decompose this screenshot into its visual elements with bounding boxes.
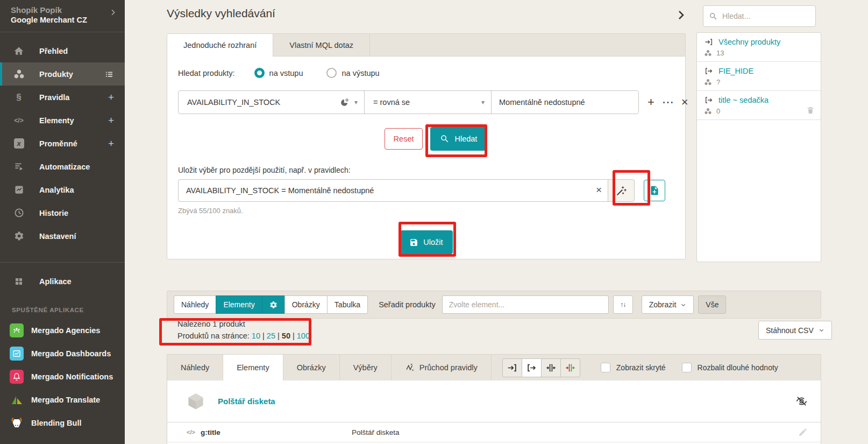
selection-item-all-products[interactable]: Všechny produkty 13: [697, 33, 821, 62]
tab-custom-mql[interactable]: Vlastní MQL dotaz: [273, 34, 370, 56]
sidebar-item-promenne[interactable]: x Proměnné +: [0, 132, 125, 155]
radio-output[interactable]: [326, 68, 337, 78]
filter-element-select[interactable]: AVAILABILITY_IN_STOCK ▾: [179, 91, 365, 114]
app-item-mergado-notifications[interactable]: Mergado Notifications: [0, 365, 125, 388]
sidebar-item-label: Nastavení: [39, 232, 76, 241]
selections-search-box[interactable]: [703, 5, 816, 27]
floppy-icon: [409, 238, 418, 247]
selection-item-title-sedacka[interactable]: title ~ sedačka 0: [697, 91, 821, 120]
expand-values-checkbox[interactable]: [682, 363, 692, 372]
show-hidden-checkbox[interactable]: [601, 363, 610, 372]
selection-name[interactable]: Všechny produkty: [718, 38, 780, 46]
reset-button[interactable]: Reset: [385, 128, 423, 150]
feed-output-icon-button[interactable]: [522, 358, 542, 377]
element-stats-icon: [340, 98, 349, 107]
per-page-10[interactable]: 10: [252, 332, 260, 340]
chevron-down-icon: [819, 327, 824, 333]
sidebar-item-historie[interactable]: Historie: [0, 201, 125, 224]
download-csv-button[interactable]: Stáhnout CSV: [758, 321, 832, 340]
feed-diff-icon-button[interactable]: [560, 358, 580, 377]
view-images-button[interactable]: Obrázky: [284, 295, 328, 314]
show-hidden-checkbox-row[interactable]: Zobrazit skryté: [601, 363, 666, 372]
app-item-mergado-translate[interactable]: Mergado Translate: [0, 388, 125, 411]
app-item-mergado-agencies[interactable]: Mergado Agencies: [0, 319, 125, 342]
sidebar-item-analytika[interactable]: Analytika: [0, 178, 125, 201]
products-cubes-icon: [705, 79, 712, 86]
add-element-icon[interactable]: +: [108, 115, 114, 125]
show-dropdown-button[interactable]: Zobrazit: [642, 295, 694, 314]
search-icon: [709, 12, 718, 21]
note-add-button[interactable]: [644, 180, 665, 201]
detail-tab-rules-pass[interactable]: Průchod pravidly: [392, 355, 492, 380]
filter-row: AVAILABILITY_IN_STOCK ▾ = rovná se ▾ + ⋯…: [178, 90, 674, 114]
view-elements-settings-button[interactable]: [262, 295, 285, 314]
per-page-50-current[interactable]: 50: [282, 332, 290, 340]
detail-tab-selections[interactable]: Výběry: [340, 355, 392, 380]
add-variable-icon[interactable]: +: [108, 138, 114, 149]
filter-value-input[interactable]: [492, 91, 638, 114]
show-all-button[interactable]: Vše: [698, 295, 726, 314]
app-item-blending-bull[interactable]: Blending Bull: [0, 411, 125, 434]
detail-tab-elements[interactable]: Elementy: [223, 355, 283, 380]
sidebar-item-produkty[interactable]: Produkty: [0, 62, 125, 86]
product-list-icon[interactable]: [104, 69, 114, 79]
save-button[interactable]: Uložit: [400, 230, 452, 254]
save-input-wrap: ×: [178, 179, 608, 202]
tab-simple-interface[interactable]: Jednoduché rozhraní: [167, 34, 273, 57]
separator: |: [293, 332, 295, 340]
element-name: g:title: [201, 428, 220, 436]
selection-name[interactable]: title ~ sedačka: [718, 96, 769, 104]
edit-pencil-icon[interactable]: [798, 427, 808, 437]
page-title: Výsledky vyhledávání: [167, 7, 275, 20]
add-condition-icon[interactable]: +: [648, 96, 654, 108]
sidebar-item-aplikace[interactable]: Aplikace: [0, 270, 125, 293]
per-page-100[interactable]: 100: [297, 332, 310, 340]
delete-selection-trash-icon[interactable]: [806, 106, 815, 115]
search-icon: [440, 134, 450, 144]
chars-remaining: Zbývá 55/100 znaků.: [178, 207, 674, 215]
search-button[interactable]: Hledat: [430, 127, 487, 151]
sidebar-header[interactable]: Shopík Popík Google Merchant CZ: [0, 0, 125, 32]
detail-tab-images[interactable]: Obrázky: [283, 355, 340, 380]
sidebar-item-pravidla[interactable]: § Pravidla +: [0, 86, 125, 109]
view-elements-button[interactable]: Elementy: [216, 295, 262, 314]
sort-direction-button[interactable]: ↑↓: [613, 295, 633, 314]
save-selection-input[interactable]: [178, 179, 608, 202]
products-cubes-icon: [705, 108, 712, 115]
selection-name[interactable]: FIE_HIDE: [718, 67, 753, 75]
expand-values-label: Rozbalit dlouhé hodnoty: [698, 363, 778, 372]
clear-input-icon[interactable]: ×: [596, 185, 602, 195]
chevron-right-icon[interactable]: [109, 8, 117, 17]
sidebar-item-nastaveni[interactable]: Nastavení: [0, 224, 125, 248]
product-name-link[interactable]: Polštář disketa: [218, 397, 275, 406]
export-name: Google Merchant CZ: [11, 16, 116, 24]
view-table-button[interactable]: Tabulka: [327, 295, 368, 314]
products-cubes-icon: [705, 50, 712, 57]
sidebar-item-elementy[interactable]: </> Elementy +: [0, 109, 125, 132]
save-button-row: Uložit: [178, 230, 674, 254]
feed-input-icon-button[interactable]: [502, 358, 522, 377]
collapse-panel-chevron-icon[interactable]: [674, 9, 687, 22]
apps-grid-icon: [12, 277, 26, 286]
filter-operator-select[interactable]: = rovná se ▾: [365, 91, 492, 114]
magic-wand-button[interactable]: [608, 179, 635, 202]
view-previews-button[interactable]: Náhledy: [174, 295, 216, 314]
more-options-icon[interactable]: ⋯: [662, 96, 674, 108]
detail-tab-previews[interactable]: Náhledy: [167, 355, 223, 380]
feed-compare-icon-button[interactable]: [541, 358, 561, 377]
show-hidden-label: Zobrazit skryté: [616, 363, 666, 372]
remove-condition-icon[interactable]: ×: [681, 96, 688, 108]
add-rule-icon[interactable]: +: [108, 92, 114, 102]
app-item-mergado-dashboards[interactable]: Mergado Dashboards: [0, 342, 125, 365]
selections-search-input[interactable]: [722, 12, 803, 20]
radio-input-selected[interactable]: [254, 68, 265, 78]
hide-product-eye-off-icon[interactable]: [795, 395, 808, 407]
per-page-25[interactable]: 25: [267, 332, 275, 340]
sidebar-item-prehled[interactable]: Přehled: [0, 39, 125, 62]
selection-item-fie-hide[interactable]: FIE_HIDE ?: [697, 62, 821, 91]
expand-values-checkbox-row[interactable]: Rozbalit dlouhé hodnoty: [682, 363, 778, 372]
radio-input-label[interactable]: na vstupu: [269, 69, 303, 77]
radio-output-label[interactable]: na výstupu: [341, 69, 379, 77]
sort-element-input[interactable]: [442, 295, 609, 314]
sidebar-item-automatizace[interactable]: Automatizace: [0, 155, 125, 178]
